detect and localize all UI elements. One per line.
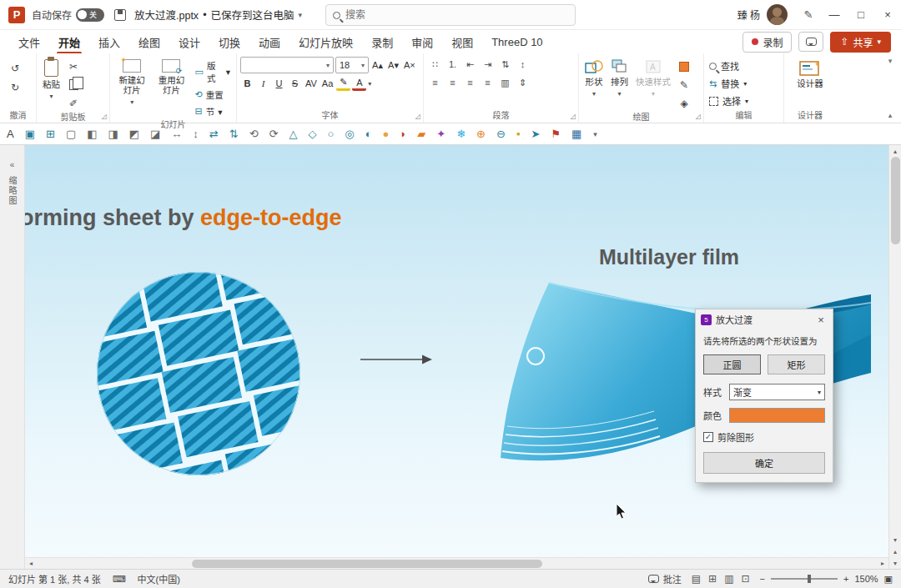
rotate-left-icon[interactable]: ⟲: [249, 128, 259, 139]
checkbox-checked-icon[interactable]: ✓: [703, 432, 713, 442]
slide-frame-icon[interactable]: ▣: [25, 128, 35, 139]
merge-shapes-icon[interactable]: ⊕: [476, 128, 486, 139]
dialog-titlebar[interactable]: 5 放大过渡 ×: [696, 309, 833, 329]
slideshow-icon[interactable]: ⊡: [742, 573, 750, 585]
style-select[interactable]: 渐变 ▾: [729, 384, 825, 400]
undo-button[interactable]: ↺: [7, 60, 23, 76]
slide-sorter-icon[interactable]: ⊞: [708, 573, 717, 585]
pointer-icon[interactable]: ➤: [531, 128, 541, 139]
powerpoint-app-icon[interactable]: P: [8, 7, 25, 23]
shapes-button[interactable]: 形状 ▾: [582, 57, 606, 102]
text-direction-icon[interactable]: ↕: [515, 57, 531, 72]
zoom-out-icon[interactable]: −: [760, 574, 765, 584]
lock-icon[interactable]: ▪: [516, 128, 521, 139]
shape-outline-button[interactable]: ✎: [676, 77, 692, 93]
shape-effects-button[interactable]: ◈: [676, 95, 692, 111]
arrow-graphic[interactable]: [360, 354, 432, 365]
toolbar-overflow-icon[interactable]: ▾: [593, 130, 597, 138]
quick-styles-button[interactable]: A 快速样式 ▾: [633, 57, 673, 102]
columns-icon[interactable]: ▥: [497, 75, 513, 90]
underline-button[interactable]: U: [272, 76, 286, 91]
person-placeholder-icon[interactable]: ●: [383, 128, 390, 139]
record-button[interactable]: 录制: [742, 32, 792, 53]
zoom-slider-thumb[interactable]: [808, 575, 811, 583]
textbox-icon[interactable]: A: [7, 128, 14, 139]
previous-slide-button[interactable]: ▴: [889, 545, 901, 557]
snowflake-icon[interactable]: ❄: [456, 128, 466, 139]
search-input[interactable]: [345, 9, 529, 21]
oval-shape-icon[interactable]: ○: [327, 128, 334, 139]
designer-button[interactable]: ✦ 设计器: [794, 57, 826, 91]
dialog-close-icon[interactable]: ×: [814, 314, 828, 326]
triangle-shape-icon[interactable]: △: [289, 128, 297, 139]
subtract-shapes-icon[interactable]: ⊖: [496, 128, 506, 139]
keyboard-icon[interactable]: ⌨: [113, 574, 126, 585]
align-text-icon[interactable]: ⇕: [515, 75, 531, 90]
line-spacing-icon[interactable]: ⇅: [497, 57, 513, 72]
align-left-icon[interactable]: ≡: [427, 75, 443, 90]
bold-button[interactable]: B: [240, 76, 254, 91]
next-slide-button[interactable]: ▾: [889, 557, 901, 569]
language-status[interactable]: 中文(中国): [138, 572, 180, 585]
search-box[interactable]: [325, 4, 576, 26]
increase-font-icon[interactable]: A▴: [370, 58, 385, 73]
document-title[interactable]: 放大过渡.pptx • 已保存到这台电脑 ▾: [134, 7, 302, 23]
minimize-button[interactable]: —: [821, 0, 848, 30]
layout-button[interactable]: ▭版式▾: [193, 58, 233, 85]
replace-button[interactable]: ⇆替换▾: [707, 76, 748, 91]
format-painter-button[interactable]: ✐: [65, 95, 82, 111]
slide-heading[interactable]: orming sheet by edge-to-edge: [25, 205, 342, 231]
reset-button[interactable]: ⟲重置: [193, 88, 233, 102]
chevron-down-icon[interactable]: ▾: [368, 80, 371, 88]
slide-canvas[interactable]: orming sheet by edge-to-edge Multilayer …: [25, 145, 888, 569]
find-button[interactable]: 查找: [707, 58, 741, 73]
decrease-font-icon[interactable]: A▾: [386, 58, 400, 73]
tab-review[interactable]: 审阅: [403, 31, 441, 53]
zoom-in-icon[interactable]: +: [843, 574, 848, 584]
autosave-toggle[interactable]: 关: [76, 8, 104, 22]
font-size-combo[interactable]: 18▾: [335, 57, 369, 73]
comments-button[interactable]: [798, 32, 823, 52]
vertical-scrollbar[interactable]: ▴ ▾ ▴ ▾: [888, 145, 901, 569]
scroll-down-icon[interactable]: ▾: [889, 534, 901, 545]
circle-shape-button[interactable]: 正圆: [703, 354, 761, 374]
clip-shape-option[interactable]: ✓ 剪除图形: [703, 430, 825, 444]
select-button[interactable]: 选择▾: [707, 93, 750, 108]
slide-subtitle[interactable]: Multilayer film: [599, 245, 739, 269]
half-circle-icon[interactable]: ◐: [365, 128, 372, 139]
corrugated-circle-graphic[interactable]: [96, 271, 301, 476]
change-case-button[interactable]: Aa: [320, 76, 335, 91]
increase-indent-icon[interactable]: ⇥: [480, 57, 496, 72]
rectangle-shape-button[interactable]: 矩形: [768, 354, 825, 374]
scroll-up-icon[interactable]: ▴: [889, 145, 901, 157]
dialog-launcher-icon[interactable]: ◿: [102, 113, 107, 120]
placeholder-icon[interactable]: ▢: [66, 128, 76, 139]
zoom-percent[interactable]: 150%: [854, 574, 878, 584]
tab-draw[interactable]: 绘图: [130, 31, 169, 53]
strikethrough-button[interactable]: S: [288, 76, 302, 91]
sparkle-icon[interactable]: ✦: [436, 128, 445, 139]
maximize-button[interactable]: □: [848, 0, 874, 30]
tab-file[interactable]: 文件: [10, 31, 48, 53]
clear-formatting-icon[interactable]: A×: [402, 58, 417, 73]
tab-animations[interactable]: 动画: [250, 31, 289, 53]
dialog-launcher-icon[interactable]: ◿: [415, 113, 420, 120]
ink-icon[interactable]: ✎: [796, 8, 821, 21]
align-center-icon[interactable]: ≡: [445, 75, 461, 90]
zoom-slider[interactable]: [771, 578, 838, 580]
ok-button[interactable]: 确定: [703, 452, 825, 474]
reading-view-icon[interactable]: ▥: [724, 573, 733, 585]
tab-record[interactable]: 录制: [363, 31, 401, 53]
tab-transitions[interactable]: 切换: [210, 31, 249, 53]
tab-slideshow[interactable]: 幻灯片放映: [290, 31, 361, 53]
color-swatch[interactable]: [729, 408, 825, 423]
redo-button[interactable]: ↻: [7, 79, 23, 95]
save-icon[interactable]: [114, 9, 126, 21]
save-grid-icon[interactable]: ▦: [571, 128, 581, 139]
diamond-shape-icon[interactable]: ◇: [308, 128, 316, 139]
share-button[interactable]: ⇧ 共享 ▾: [830, 32, 891, 53]
tab-threed[interactable]: ThreeD 10: [483, 33, 551, 52]
align-left-objects-icon[interactable]: ◧: [87, 128, 97, 139]
cut-button[interactable]: ✂: [65, 58, 82, 74]
table-icon[interactable]: ⊞: [46, 128, 55, 139]
